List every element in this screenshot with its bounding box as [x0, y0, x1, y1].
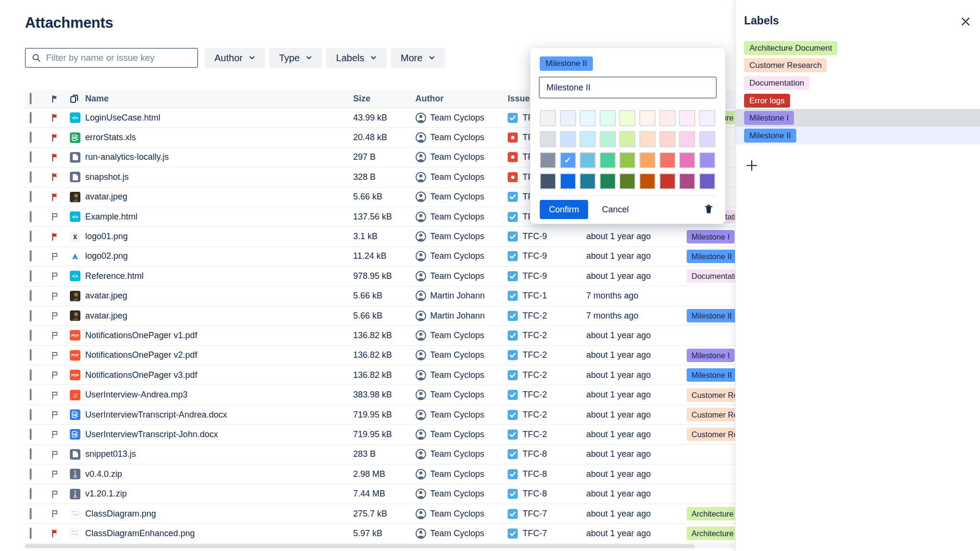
color-swatch[interactable]: [560, 173, 576, 189]
row-checkbox[interactable]: [30, 349, 32, 361]
color-swatch[interactable]: [600, 173, 616, 189]
gray-flag-icon[interactable]: [51, 470, 59, 478]
file-name[interactable]: snippet013.js: [85, 449, 353, 459]
row-checkbox[interactable]: [30, 151, 32, 163]
filter-dropdown-author[interactable]: Author: [205, 48, 265, 68]
filter-dropdown-type[interactable]: Type: [269, 48, 322, 68]
delete-label-icon[interactable]: [703, 204, 714, 216]
file-name[interactable]: v0.4.0.zip: [85, 469, 353, 479]
row-label-chip[interactable]: Customer Research: [687, 388, 735, 402]
color-swatch[interactable]: [679, 110, 695, 126]
row-checkbox[interactable]: [30, 330, 32, 341]
row-checkbox[interactable]: [30, 112, 32, 123]
column-header-author[interactable]: Author: [415, 94, 508, 104]
row-checkbox[interactable]: [30, 448, 32, 460]
color-swatch[interactable]: [579, 152, 596, 168]
panel-label-row[interactable]: Error logs: [735, 92, 980, 110]
gray-flag-icon[interactable]: [51, 371, 59, 379]
file-name[interactable]: errorStats.xls: [85, 132, 353, 143]
issue-link[interactable]: TFC-7: [508, 509, 586, 519]
row-checkbox[interactable]: [30, 132, 32, 143]
row-label-chip[interactable]: Customer Research: [687, 428, 735, 441]
file-name[interactable]: logo01.png: [85, 231, 353, 242]
color-swatch[interactable]: [600, 110, 616, 126]
red-flag-icon[interactable]: [51, 529, 59, 538]
color-swatch[interactable]: [699, 110, 715, 126]
color-swatch[interactable]: [679, 152, 695, 168]
panel-label-row[interactable]: Milestone I: [735, 109, 980, 127]
horizontal-scrollbar[interactable]: [25, 544, 735, 548]
color-swatch[interactable]: [639, 173, 656, 189]
color-swatch[interactable]: [600, 152, 616, 168]
row-checkbox[interactable]: [30, 250, 32, 262]
gray-flag-icon[interactable]: [51, 212, 59, 221]
issue-link[interactable]: TFC-2: [508, 331, 586, 341]
confirm-button[interactable]: Confirm: [540, 200, 588, 219]
add-label-button[interactable]: [744, 158, 759, 173]
row-checkbox[interactable]: [30, 508, 32, 519]
color-swatch[interactable]: [659, 110, 676, 126]
issue-link[interactable]: TFC-8: [508, 469, 586, 479]
row-checkbox[interactable]: [30, 429, 32, 440]
issue-link[interactable]: TFC-2: [508, 370, 586, 380]
row-label-chip[interactable]: Milestone I: [687, 230, 735, 243]
gray-flag-icon[interactable]: [51, 410, 59, 419]
red-flag-icon[interactable]: [51, 193, 59, 201]
color-swatch[interactable]: [639, 110, 656, 126]
row-label-chip[interactable]: Milestone II: [687, 309, 735, 322]
file-name[interactable]: NotificationsOnePager v1.pdf: [85, 331, 353, 341]
gray-flag-icon[interactable]: [51, 331, 59, 340]
file-name[interactable]: run-analytics-locally.js: [85, 152, 353, 162]
color-swatch[interactable]: [679, 173, 695, 189]
row-checkbox[interactable]: [30, 231, 32, 242]
color-swatch[interactable]: [679, 131, 695, 147]
color-swatch[interactable]: [699, 131, 715, 147]
file-name[interactable]: Reference.html: [85, 271, 353, 281]
row-checkbox[interactable]: [30, 270, 32, 282]
issue-link[interactable]: TFC-9: [508, 271, 586, 281]
file-name[interactable]: ClassDiagramEnhanced.png: [85, 529, 353, 539]
red-flag-icon[interactable]: [51, 133, 59, 142]
color-swatch[interactable]: [540, 152, 556, 168]
row-checkbox[interactable]: [30, 211, 32, 222]
color-swatch[interactable]: [619, 173, 635, 189]
gray-flag-icon[interactable]: [51, 430, 59, 439]
row-checkbox[interactable]: [30, 389, 32, 400]
row-label-chip[interactable]: Architecture Document: [687, 527, 735, 540]
panel-label-row[interactable]: Milestone II: [735, 127, 980, 144]
filter-dropdown-more[interactable]: More: [391, 48, 445, 68]
color-swatch[interactable]: [639, 152, 656, 168]
color-swatch[interactable]: [560, 110, 576, 126]
gray-flag-icon[interactable]: [51, 272, 59, 280]
file-name[interactable]: snapshot.js: [85, 172, 353, 182]
label-name-input[interactable]: [539, 77, 717, 99]
file-name[interactable]: LoginUseCase.html: [85, 113, 353, 123]
issue-link[interactable]: TFC-9: [508, 231, 586, 242]
gray-flag-icon[interactable]: [51, 351, 59, 360]
file-name[interactable]: avatar.jpeg: [85, 192, 353, 202]
file-name[interactable]: v1.20.1.zip: [85, 489, 353, 499]
issue-link[interactable]: TFC-7: [508, 529, 586, 539]
issue-link[interactable]: TFC-2: [508, 350, 586, 360]
color-swatch[interactable]: [659, 131, 676, 147]
file-name[interactable]: UserInterviewTranscript-Andrea.docx: [85, 410, 353, 420]
row-checkbox[interactable]: [30, 409, 32, 420]
color-swatch[interactable]: [579, 131, 596, 147]
filter-dropdown-labels[interactable]: Labels: [326, 48, 387, 68]
row-label-chip[interactable]: Milestone II: [687, 368, 735, 382]
color-swatch[interactable]: [579, 110, 596, 126]
file-name[interactable]: UserInterviewTranscript-John.docx: [85, 430, 353, 440]
gray-flag-icon[interactable]: [51, 450, 59, 459]
issue-link[interactable]: TFC-9: [508, 251, 586, 261]
red-flag-icon[interactable]: [51, 232, 59, 241]
issue-link[interactable]: TFC-8: [508, 449, 586, 459]
issue-link[interactable]: TFC-2: [508, 390, 586, 400]
color-swatch[interactable]: [540, 110, 556, 126]
row-checkbox[interactable]: [30, 290, 32, 301]
column-header-name[interactable]: Name: [85, 94, 353, 104]
file-name[interactable]: NotificationsOnePager v2.pdf: [85, 350, 353, 360]
gray-flag-icon[interactable]: [51, 311, 59, 320]
color-swatch[interactable]: [699, 152, 715, 168]
file-name[interactable]: logo02.png: [85, 251, 353, 261]
issue-link[interactable]: TFC-2: [508, 430, 586, 440]
